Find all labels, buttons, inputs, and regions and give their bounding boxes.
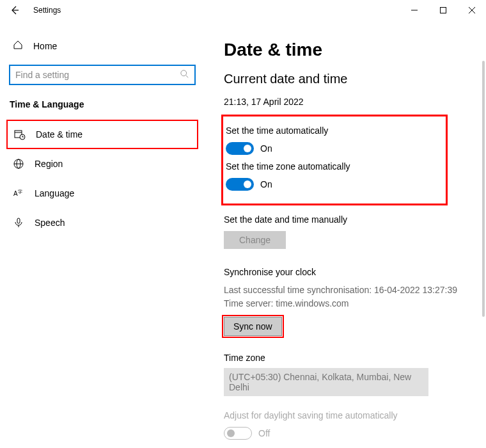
svg-rect-17	[17, 218, 20, 223]
microphone-icon	[13, 217, 24, 228]
auto-time-state: On	[260, 143, 272, 154]
main-content: Date & time Current date and time 21:13,…	[205, 20, 486, 448]
search-box[interactable]	[9, 65, 196, 85]
nav-item-label: Region	[35, 159, 63, 169]
auto-tz-label: Set the time zone automatically	[226, 161, 446, 172]
timezone-select: (UTC+05:30) Chennai, Kolkata, Mumbai, Ne…	[224, 368, 428, 396]
timezone-label: Time zone	[224, 353, 467, 363]
nav-item-label: Language	[35, 188, 74, 198]
search-input[interactable]	[15, 70, 180, 80]
maximize-button[interactable]	[428, 1, 457, 20]
auto-time-toggle[interactable]	[226, 142, 254, 155]
svg-rect-2	[440, 8, 446, 13]
close-button[interactable]	[457, 1, 486, 20]
nav-speech[interactable]: Speech	[0, 208, 205, 237]
auto-settings-highlight: Set the time automatically On Set the ti…	[221, 115, 448, 205]
titlebar: Settings	[0, 0, 486, 20]
section-header: Time & Language	[0, 99, 205, 120]
svg-text:字: 字	[18, 189, 22, 194]
svg-line-6	[186, 75, 189, 77]
nav-home[interactable]: Home	[0, 33, 205, 58]
svg-text:A: A	[13, 190, 18, 197]
nav-date-time[interactable]: Date & time	[6, 120, 198, 149]
calendar-clock-icon	[14, 129, 26, 140]
auto-time-label: Set the time automatically	[226, 125, 446, 136]
svg-point-5	[181, 70, 187, 76]
sync-now-button[interactable]: Sync now	[224, 317, 282, 336]
current-datetime-value: 21:13, 17 April 2022	[224, 97, 467, 107]
manual-label: Set the date and time manually	[224, 214, 467, 225]
dst-state: Off	[258, 428, 270, 438]
nav-item-label: Speech	[35, 218, 65, 228]
minimize-button[interactable]	[400, 1, 428, 20]
globe-icon	[13, 158, 24, 170]
dst-label: Adjust for daylight saving time automati…	[224, 410, 467, 420]
page-title: Date & time	[224, 40, 467, 60]
auto-tz-toggle[interactable]	[226, 178, 254, 191]
back-button[interactable]	[5, 1, 24, 20]
nav-region[interactable]: Region	[0, 149, 205, 179]
scrollbar[interactable]	[482, 61, 485, 317]
sync-server-line: Time server: time.windows.com	[224, 297, 467, 310]
sync-last-line: Last successful time synchronisation: 16…	[224, 284, 467, 297]
auto-tz-state: On	[260, 179, 272, 189]
nav-home-label: Home	[33, 41, 57, 51]
search-icon	[180, 70, 189, 81]
home-icon	[13, 40, 23, 52]
language-icon: A字	[13, 188, 24, 199]
current-datetime-heading: Current date and time	[224, 72, 467, 86]
dst-toggle	[224, 427, 252, 440]
sync-heading: Synchronise your clock	[224, 267, 467, 277]
nav-item-label: Date & time	[36, 129, 82, 140]
window-title: Settings	[33, 6, 61, 15]
nav-language[interactable]: A字 Language	[0, 179, 205, 208]
change-button: Change	[224, 231, 286, 249]
sidebar: Home Time & Language Date & time Region …	[0, 20, 205, 448]
